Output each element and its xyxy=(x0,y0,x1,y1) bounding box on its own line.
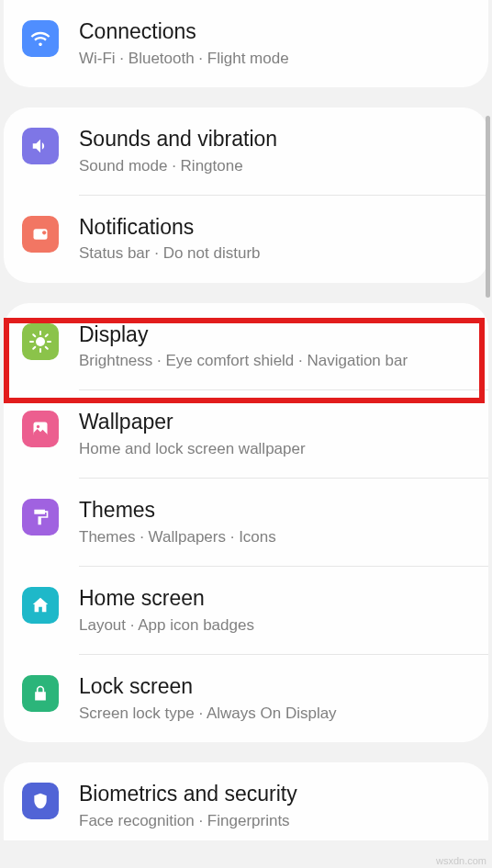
settings-item-connections[interactable]: Connections Wi-Fi · Bluetooth · Flight m… xyxy=(4,0,488,87)
settings-item-homescreen[interactable]: Home screen Layout · App icon badges xyxy=(4,567,488,654)
settings-item-title: Home screen xyxy=(79,585,470,612)
settings-item-text: Biometrics and security Face recognition… xyxy=(79,781,470,831)
settings-item-title: Connections xyxy=(79,18,470,45)
settings-group-display: Display Brightness · Eye comfort shield … xyxy=(4,303,488,742)
settings-item-subtitle: Status bar · Do not disturb xyxy=(79,243,470,264)
settings-item-display[interactable]: Display Brightness · Eye comfort shield … xyxy=(4,303,488,390)
settings-item-text: Notifications Status bar · Do not distur… xyxy=(79,214,470,265)
settings-item-lockscreen[interactable]: Lock screen Screen lock type · Always On… xyxy=(4,655,488,742)
settings-item-title: Display xyxy=(79,321,470,348)
settings-item-subtitle: Themes · Wallpapers · Icons xyxy=(79,527,470,547)
settings-item-text: Display Brightness · Eye comfort shield … xyxy=(79,321,470,372)
settings-item-title: Themes xyxy=(79,497,470,524)
image-icon xyxy=(22,411,59,447)
settings-item-subtitle: Brightness · Eye comfort shield · Naviga… xyxy=(79,351,470,371)
settings-item-text: Lock screen Screen lock type · Always On… xyxy=(79,673,470,724)
svg-point-2 xyxy=(36,337,45,346)
settings-item-title: Sounds and vibration xyxy=(79,126,470,152)
wifi-icon xyxy=(22,20,59,57)
settings-item-sounds[interactable]: Sounds and vibration Sound mode · Ringto… xyxy=(4,107,488,195)
shield-icon xyxy=(22,783,59,819)
svg-point-12 xyxy=(37,425,39,428)
settings-item-subtitle: Home and lock screen wallpaper xyxy=(79,439,470,459)
settings-item-text: Connections Wi-Fi · Bluetooth · Flight m… xyxy=(79,18,470,69)
settings-item-notifications[interactable]: Notifications Status bar · Do not distur… xyxy=(4,196,488,283)
settings-item-title: Lock screen xyxy=(79,673,470,700)
settings-item-text: Themes Themes · Wallpapers · Icons xyxy=(79,497,470,547)
svg-line-5 xyxy=(33,334,35,336)
settings-item-wallpaper[interactable]: Wallpaper Home and lock screen wallpaper xyxy=(4,390,488,478)
settings-item-subtitle: Screen lock type · Always On Display xyxy=(79,704,470,724)
home-icon xyxy=(22,587,59,624)
settings-item-text: Wallpaper Home and lock screen wallpaper xyxy=(79,409,470,459)
settings-item-title: Biometrics and security xyxy=(79,781,470,807)
svg-line-9 xyxy=(33,346,35,348)
volume-icon xyxy=(22,128,59,164)
settings-group-connections: Connections Wi-Fi · Bluetooth · Flight m… xyxy=(4,0,488,87)
brightness-icon xyxy=(22,323,59,360)
lock-icon xyxy=(22,675,59,712)
paint-icon xyxy=(22,499,59,535)
svg-line-6 xyxy=(46,346,48,348)
settings-item-subtitle: Wi-Fi · Bluetooth · Flight mode xyxy=(79,49,470,69)
svg-line-10 xyxy=(46,334,48,336)
settings-item-text: Home screen Layout · App icon badges xyxy=(79,585,470,636)
settings-item-subtitle: Sound mode · Ringtone xyxy=(79,156,470,176)
settings-item-title: Wallpaper xyxy=(79,409,470,435)
settings-item-themes[interactable]: Themes Themes · Wallpapers · Icons xyxy=(4,479,488,566)
settings-item-text: Sounds and vibration Sound mode · Ringto… xyxy=(79,126,470,176)
settings-item-subtitle: Face recognition · Fingerprints xyxy=(79,811,470,831)
settings-item-title: Notifications xyxy=(79,214,470,241)
svg-point-1 xyxy=(42,231,46,234)
settings-group-sounds: Sounds and vibration Sound mode · Ringto… xyxy=(4,107,488,283)
notification-icon xyxy=(22,216,59,253)
settings-group-biometrics: Biometrics and security Face recognition… xyxy=(4,762,488,840)
settings-item-biometrics[interactable]: Biometrics and security Face recognition… xyxy=(4,762,488,840)
scrollbar[interactable] xyxy=(486,116,490,298)
watermark: wsxdn.com xyxy=(436,855,486,866)
settings-item-subtitle: Layout · App icon badges xyxy=(79,615,470,636)
